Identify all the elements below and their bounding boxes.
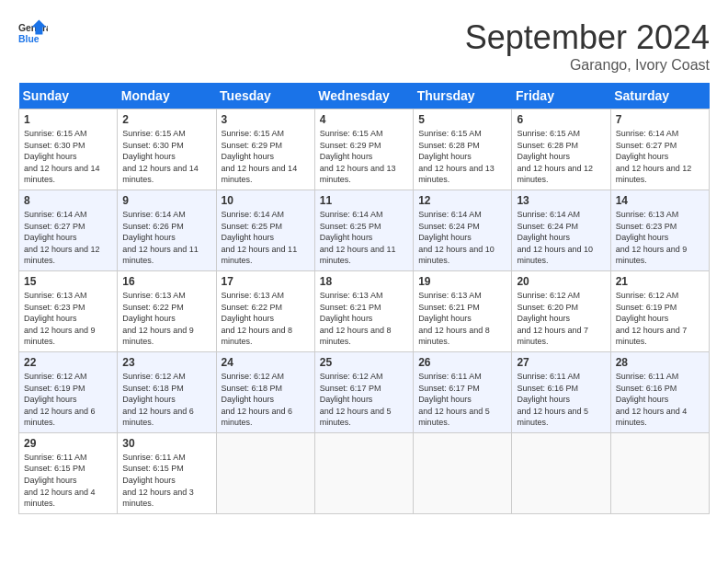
calendar-cell: 24Sunrise: 6:12 AMSunset: 6:18 PMDayligh… xyxy=(216,351,314,432)
day-number: 9 xyxy=(122,194,210,207)
day-number: 20 xyxy=(517,275,605,288)
cell-content: Sunrise: 6:14 AMSunset: 6:24 PMDaylight … xyxy=(418,209,506,267)
calendar-table: SundayMondayTuesdayWednesdayThursdayFrid… xyxy=(18,83,710,514)
day-number: 14 xyxy=(616,194,704,207)
cell-content: Sunrise: 6:12 AMSunset: 6:19 PMDaylight … xyxy=(616,290,704,348)
calendar-cell: 17Sunrise: 6:13 AMSunset: 6:22 PMDayligh… xyxy=(216,270,314,351)
page-header: General Blue September 2024 Garango, Ivo… xyxy=(18,18,710,74)
cell-content: Sunrise: 6:12 AMSunset: 6:19 PMDaylight … xyxy=(24,371,112,429)
cell-content: Sunrise: 6:14 AMSunset: 6:27 PMDaylight … xyxy=(616,128,704,186)
cell-content: Sunrise: 6:11 AMSunset: 6:17 PMDaylight … xyxy=(418,371,506,429)
day-number: 18 xyxy=(320,275,408,288)
calendar-cell: 13Sunrise: 6:14 AMSunset: 6:24 PMDayligh… xyxy=(512,190,610,270)
calendar-week-3: 15Sunrise: 6:13 AMSunset: 6:23 PMDayligh… xyxy=(19,270,710,351)
cell-content: Sunrise: 6:13 AMSunset: 6:22 PMDaylight … xyxy=(222,290,310,348)
day-number: 5 xyxy=(418,113,506,126)
calendar-cell: 1Sunrise: 6:15 AMSunset: 6:30 PMDaylight… xyxy=(19,109,118,190)
cell-content: Sunrise: 6:15 AMSunset: 6:30 PMDaylight … xyxy=(24,128,112,186)
cell-content: Sunrise: 6:14 AMSunset: 6:25 PMDaylight … xyxy=(320,209,408,267)
logo: General Blue xyxy=(18,18,48,48)
day-number: 7 xyxy=(616,113,704,126)
calendar-cell xyxy=(216,432,314,513)
month-title: September 2024 xyxy=(465,18,710,57)
cell-content: Sunrise: 6:13 AMSunset: 6:23 PMDaylight … xyxy=(24,290,112,348)
calendar-week-4: 22Sunrise: 6:12 AMSunset: 6:19 PMDayligh… xyxy=(19,351,710,432)
calendar-cell: 22Sunrise: 6:12 AMSunset: 6:19 PMDayligh… xyxy=(19,351,118,432)
calendar-cell: 3Sunrise: 6:15 AMSunset: 6:29 PMDaylight… xyxy=(216,109,314,190)
header-tuesday: Tuesday xyxy=(216,83,314,109)
day-number: 4 xyxy=(320,113,408,126)
cell-content: Sunrise: 6:12 AMSunset: 6:18 PMDaylight … xyxy=(122,371,210,429)
day-number: 8 xyxy=(24,194,112,207)
header-wednesday: Wednesday xyxy=(314,83,413,109)
calendar-cell xyxy=(414,432,512,513)
calendar-cell: 26Sunrise: 6:11 AMSunset: 6:17 PMDayligh… xyxy=(414,351,512,432)
calendar-cell: 11Sunrise: 6:14 AMSunset: 6:25 PMDayligh… xyxy=(314,190,413,270)
calendar-cell: 10Sunrise: 6:14 AMSunset: 6:25 PMDayligh… xyxy=(216,190,314,270)
cell-content: Sunrise: 6:15 AMSunset: 6:29 PMDaylight … xyxy=(222,128,310,186)
day-number: 3 xyxy=(222,113,310,126)
day-number: 13 xyxy=(517,194,605,207)
cell-content: Sunrise: 6:13 AMSunset: 6:23 PMDaylight … xyxy=(616,209,704,267)
cell-content: Sunrise: 6:11 AMSunset: 6:15 PMDaylight … xyxy=(122,452,210,510)
day-number: 23 xyxy=(122,356,210,369)
calendar-cell: 21Sunrise: 6:12 AMSunset: 6:19 PMDayligh… xyxy=(610,270,709,351)
calendar-cell: 27Sunrise: 6:11 AMSunset: 6:16 PMDayligh… xyxy=(512,351,610,432)
day-number: 24 xyxy=(222,356,310,369)
day-number: 6 xyxy=(517,113,605,126)
day-number: 12 xyxy=(418,194,506,207)
header-saturday: Saturday xyxy=(610,83,709,109)
calendar-cell xyxy=(610,432,709,513)
cell-content: Sunrise: 6:14 AMSunset: 6:24 PMDaylight … xyxy=(517,209,605,267)
cell-content: Sunrise: 6:13 AMSunset: 6:21 PMDaylight … xyxy=(418,290,506,348)
calendar-cell: 12Sunrise: 6:14 AMSunset: 6:24 PMDayligh… xyxy=(414,190,512,270)
header-sunday: Sunday xyxy=(19,83,118,109)
logo-icon: General Blue xyxy=(18,18,48,48)
calendar-cell: 28Sunrise: 6:11 AMSunset: 6:16 PMDayligh… xyxy=(610,351,709,432)
cell-content: Sunrise: 6:11 AMSunset: 6:16 PMDaylight … xyxy=(517,371,605,429)
cell-content: Sunrise: 6:12 AMSunset: 6:17 PMDaylight … xyxy=(320,371,408,429)
cell-content: Sunrise: 6:15 AMSunset: 6:28 PMDaylight … xyxy=(418,128,506,186)
calendar-header: SundayMondayTuesdayWednesdayThursdayFrid… xyxy=(19,83,710,109)
day-number: 17 xyxy=(222,275,310,288)
calendar-cell: 9Sunrise: 6:14 AMSunset: 6:26 PMDaylight… xyxy=(118,190,216,270)
calendar-cell: 30Sunrise: 6:11 AMSunset: 6:15 PMDayligh… xyxy=(118,432,216,513)
day-number: 28 xyxy=(616,356,704,369)
day-number: 16 xyxy=(122,275,210,288)
calendar-cell: 8Sunrise: 6:14 AMSunset: 6:27 PMDaylight… xyxy=(19,190,118,270)
calendar-cell: 20Sunrise: 6:12 AMSunset: 6:20 PMDayligh… xyxy=(512,270,610,351)
calendar-cell: 25Sunrise: 6:12 AMSunset: 6:17 PMDayligh… xyxy=(314,351,413,432)
calendar-cell: 23Sunrise: 6:12 AMSunset: 6:18 PMDayligh… xyxy=(118,351,216,432)
cell-content: Sunrise: 6:15 AMSunset: 6:28 PMDaylight … xyxy=(517,128,605,186)
day-number: 15 xyxy=(24,275,112,288)
day-number: 29 xyxy=(24,437,112,450)
day-number: 21 xyxy=(616,275,704,288)
cell-content: Sunrise: 6:14 AMSunset: 6:26 PMDaylight … xyxy=(122,209,210,267)
calendar-cell: 7Sunrise: 6:14 AMSunset: 6:27 PMDaylight… xyxy=(610,109,709,190)
day-number: 26 xyxy=(418,356,506,369)
calendar-cell: 15Sunrise: 6:13 AMSunset: 6:23 PMDayligh… xyxy=(19,270,118,351)
title-block: September 2024 Garango, Ivory Coast xyxy=(465,18,710,74)
day-number: 30 xyxy=(122,437,210,450)
calendar-cell: 16Sunrise: 6:13 AMSunset: 6:22 PMDayligh… xyxy=(118,270,216,351)
day-number: 27 xyxy=(517,356,605,369)
calendar-cell: 14Sunrise: 6:13 AMSunset: 6:23 PMDayligh… xyxy=(610,190,709,270)
calendar-cell xyxy=(314,432,413,513)
cell-content: Sunrise: 6:11 AMSunset: 6:16 PMDaylight … xyxy=(616,371,704,429)
location-title: Garango, Ivory Coast xyxy=(465,57,710,74)
cell-content: Sunrise: 6:12 AMSunset: 6:18 PMDaylight … xyxy=(222,371,310,429)
calendar-cell: 4Sunrise: 6:15 AMSunset: 6:29 PMDaylight… xyxy=(314,109,413,190)
calendar-cell: 19Sunrise: 6:13 AMSunset: 6:21 PMDayligh… xyxy=(414,270,512,351)
day-number: 2 xyxy=(122,113,210,126)
day-number: 11 xyxy=(320,194,408,207)
calendar-cell: 6Sunrise: 6:15 AMSunset: 6:28 PMDaylight… xyxy=(512,109,610,190)
header-thursday: Thursday xyxy=(414,83,512,109)
cell-content: Sunrise: 6:13 AMSunset: 6:21 PMDaylight … xyxy=(320,290,408,348)
cell-content: Sunrise: 6:14 AMSunset: 6:25 PMDaylight … xyxy=(222,209,310,267)
header-monday: Monday xyxy=(118,83,216,109)
day-number: 19 xyxy=(418,275,506,288)
day-number: 10 xyxy=(222,194,310,207)
cell-content: Sunrise: 6:11 AMSunset: 6:15 PMDaylight … xyxy=(24,452,112,510)
header-friday: Friday xyxy=(512,83,610,109)
cell-content: Sunrise: 6:15 AMSunset: 6:29 PMDaylight … xyxy=(320,128,408,186)
